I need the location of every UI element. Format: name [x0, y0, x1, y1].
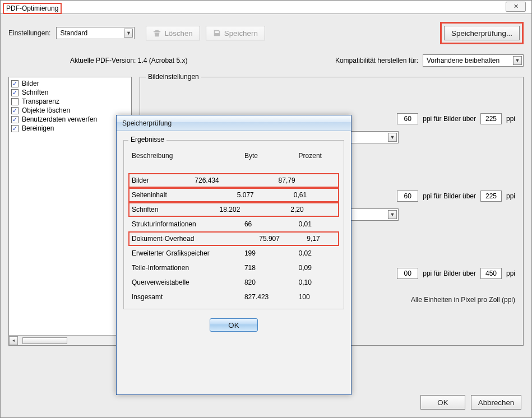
settings-label: Einstellungen: — [8, 29, 50, 37]
checkbox[interactable] — [11, 80, 18, 87]
checkbox[interactable] — [11, 107, 18, 114]
sidebar-item-label: Benutzerdaten verwerfen — [22, 115, 97, 123]
results-table: Beschreibung Byte Prozent Bilder726.4348… — [129, 148, 338, 304]
scrollbar[interactable]: ◂ ▸ — [9, 335, 131, 345]
checkbox[interactable] — [11, 125, 18, 132]
title-bar: PDF-Optimierung ✕ — [1, 1, 531, 14]
results-label: Ergebnisse — [128, 136, 166, 143]
table-row: Querverweistabelle8200,10 — [129, 275, 338, 290]
panel-title: Bildeinstellungen — [146, 73, 201, 81]
version-label: Aktuelle PDF-Version: 1.4 (Acrobat 5.x) — [70, 57, 187, 64]
ppi-to-field[interactable]: 00 — [397, 268, 418, 279]
scroll-left-icon[interactable]: ◂ — [9, 336, 18, 345]
chevron-down-icon[interactable]: ▼ — [124, 29, 133, 38]
checkbox[interactable] — [11, 98, 18, 105]
sidebar-item[interactable]: Schriften — [11, 88, 129, 97]
table-row: Bilder726.43487,79 — [129, 173, 338, 188]
checkbox[interactable] — [11, 89, 18, 96]
table-row: Teile-Informationen7180,09 — [129, 261, 338, 275]
table-row: Strukturinformationen660,01 — [129, 217, 338, 231]
audit-dialog: Speicherprüfung Ergebnisse Beschreibung … — [116, 115, 351, 395]
table-row: Dokument-Overhead75.9079,17 — [129, 231, 338, 246]
cancel-button[interactable]: Abbrechen — [471, 395, 521, 410]
chevron-down-icon[interactable]: ▼ — [388, 133, 397, 142]
delete-button[interactable]: Löschen — [146, 26, 200, 40]
table-row: Seiteninhalt5.0770,61 — [129, 188, 338, 202]
compat-select[interactable]: Vorhandene beibehalten ▼ — [423, 54, 524, 67]
dialog-title: Speicherprüfung — [117, 115, 351, 131]
audit-button[interactable]: Speicherprüfung... — [444, 26, 520, 40]
ppi-to-field[interactable]: 60 — [397, 191, 418, 202]
sidebar-item[interactable]: Transparenz — [11, 97, 129, 106]
preset-select[interactable]: Standard ▼ — [56, 27, 135, 39]
ppi-to-field[interactable]: 60 — [397, 113, 418, 124]
trash-icon — [153, 29, 161, 37]
sidebar-item[interactable]: Objekte löschen — [11, 106, 129, 115]
ok-button[interactable]: OK — [420, 395, 465, 410]
scroll-thumb[interactable] — [22, 337, 67, 344]
ppi-over-field[interactable]: 225 — [480, 191, 502, 202]
table-row: Schriften18.2022,20 — [129, 202, 338, 217]
close-button[interactable]: ✕ — [506, 2, 526, 12]
sidebar-item[interactable]: Benutzerdaten verwerfen — [11, 115, 129, 124]
save-button[interactable]: Speichern — [206, 26, 265, 40]
sidebar-item-label: Bereinigen — [22, 124, 54, 132]
sidebar-item-label: Bilder — [22, 80, 39, 87]
compat-label: Kompatibilität herstellen für: — [335, 57, 418, 64]
sidebar-item[interactable]: Bilder — [11, 79, 129, 88]
category-list: BilderSchriftenTransparenzObjekte lösche… — [8, 77, 132, 346]
chevron-down-icon[interactable]: ▼ — [513, 56, 522, 65]
preset-value: Standard — [60, 29, 87, 37]
table-row: Erweiterter Grafikspeicher1990,02 — [129, 246, 338, 261]
window-title: PDF-Optimierung — [3, 3, 62, 14]
sidebar-item-label: Objekte löschen — [22, 106, 70, 114]
sidebar-item[interactable]: Bereinigen — [11, 124, 129, 133]
sidebar-item-label: Transparenz — [22, 97, 59, 105]
dialog-ok-button[interactable]: OK — [210, 318, 258, 332]
audit-highlight: Speicherprüfung... — [440, 22, 524, 44]
ppi-over-field[interactable]: 450 — [480, 268, 502, 279]
checkbox[interactable] — [11, 116, 18, 123]
chevron-down-icon[interactable]: ▼ — [388, 210, 397, 219]
ppi-over-field[interactable]: 225 — [480, 113, 502, 124]
table-row: Insgesamt827.423100 — [129, 290, 338, 304]
save-icon — [213, 29, 221, 37]
sidebar-item-label: Schriften — [22, 89, 48, 96]
